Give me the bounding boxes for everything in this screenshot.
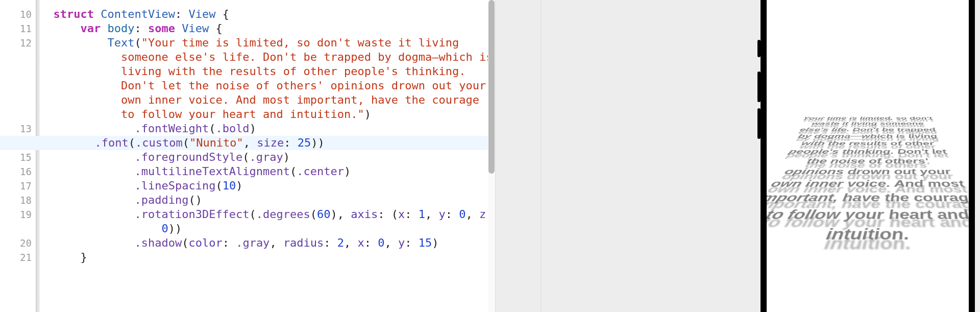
code-line[interactable]: .shadow(color: .gray, radius: 2, x: 0, y… [40,236,495,250]
code-token [101,21,107,36]
code-token: )) [168,222,182,236]
code-token: , [425,207,439,222]
phone-screen[interactable]: Your time is limited, so don't waste it … [767,0,969,312]
code-token: struct [54,7,94,21]
code-line[interactable]: .foregroundStyle(.gray) [40,150,495,164]
code-token: .multilineTextAlignment [134,164,290,179]
code-token [94,7,101,21]
code-token: ) [250,122,256,136]
code-token: radius [283,236,324,250]
code-line[interactable]: .padding() [40,193,495,207]
code-token [40,193,134,207]
code-token: ( [129,136,135,150]
code-token: Text [107,36,134,50]
code-token: , [385,236,399,250]
code-token: ), [331,207,351,222]
code-line[interactable]: Don't let the noise of others' opinions … [40,79,495,93]
code-token: ( [290,164,297,179]
line-number: 19 [0,207,32,222]
code-token: () [188,193,202,207]
code-token: , [466,207,480,222]
code-token: 1 [419,207,425,222]
code-line[interactable]: someone else's life. Don't be trapped by… [40,50,495,64]
code-token: .gray [250,150,283,164]
code-token [40,150,134,164]
code-line[interactable]: .rotation3DEffect(.degrees(60), axis: (x… [40,207,495,222]
code-token: ) [283,150,290,164]
code-token: : [364,236,378,250]
code-token: 0 [459,207,465,222]
code-token: "Your time is limited, so don't waste it… [141,36,459,50]
code-token: ( [242,150,249,164]
code-editor[interactable]: 10 struct ContentView: View {11 var body… [0,0,495,312]
quote-text: Your time is limited, so don't waste it … [761,113,975,259]
code-token: size [257,136,284,150]
code-token: Don't let the noise of others' opinions … [121,79,486,93]
code-token: : [175,7,189,21]
code-token [40,64,121,79]
code-token: View [188,7,215,21]
code-line[interactable]: living with the results of other people'… [40,64,495,79]
code-token: ( [209,122,215,136]
vertical-scrollbar-thumb[interactable] [488,0,495,174]
code-line[interactable]: to follow your heart and intuition.") [40,107,495,122]
code-token: .center [297,164,344,179]
code-token [40,207,134,222]
code-token: to follow your heart and intuition." [121,107,364,122]
code-token: : [134,21,148,36]
code-token: ) [432,236,438,250]
code-token: : ( [378,207,398,222]
code-token: ) [344,164,351,179]
code-token [40,36,107,50]
code-line[interactable]: .fontWeight(.bold) [40,122,495,136]
code-line[interactable]: 0)) [40,222,495,236]
code-token [40,7,54,21]
vertical-scrollbar-track[interactable] [488,0,495,312]
code-line[interactable]: Text("Your time is limited, so don't was… [40,36,495,50]
code-token [40,79,121,93]
code-token: ContentView [101,7,175,21]
line-number: 20 [0,236,32,250]
preview-pane: Your time is limited, so don't waste it … [541,0,980,312]
code-token [40,50,121,64]
code-token: own inner voice. And most important, hav… [121,93,479,107]
code-token: : [446,207,459,222]
code-token: .font [94,136,128,150]
code-line[interactable]: struct ContentView: View { [40,7,495,21]
code-token: var [80,21,101,36]
code-token: .rotation3DEffect [134,207,249,222]
code-token: : [284,136,298,150]
code-token: 10 [223,179,236,193]
code-token: 15 [419,236,432,250]
pane-divider[interactable] [495,0,541,312]
code-line[interactable]: own inner voice. And most important, hav… [40,93,495,107]
code-token: { [209,21,223,36]
code-token: } [40,250,87,265]
code-token: y [398,236,405,250]
code-token: ( [215,179,222,193]
code-line[interactable]: } [40,250,495,265]
code-line[interactable]: .lineSpacing(10) [40,179,495,193]
code-token: .degrees [256,207,310,222]
line-number: 21 [0,250,32,265]
code-token: body [107,21,134,36]
phone-simulator: Your time is limited, so don't waste it … [761,0,975,312]
code-token [40,107,121,122]
code-token [40,222,161,236]
code-token: { [215,7,229,21]
code-token [40,236,134,250]
code-token: .padding [134,193,188,207]
code-token: , [243,136,257,150]
code-token: z [479,207,486,222]
code-token: : [223,236,236,250]
code-token: .bold [215,122,249,136]
code-token: 60 [317,207,331,222]
code-token: : [405,236,419,250]
code-line[interactable]: .multilineTextAlignment(.center) [40,164,495,179]
code-line[interactable]: .font(.custom("Nunito", size: 25)) [0,136,495,150]
code-token: ( [183,136,189,150]
code-line[interactable]: var body: some View { [40,21,495,36]
code-token [40,21,80,36]
code-token: ) [364,107,371,122]
code-token: 25 [298,136,311,150]
